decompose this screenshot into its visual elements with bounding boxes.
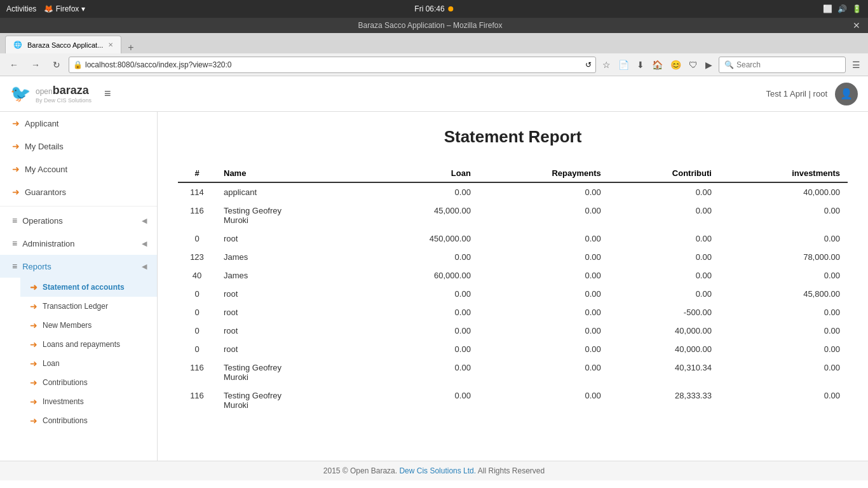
cell-contributions: 0.00 [609,285,719,303]
cell-name: applicant [216,182,364,201]
back-button[interactable]: ← [5,58,23,72]
arrow-icon: ➜ [30,377,37,388]
sidebar-item-loans-and-repayments[interactable]: ➜ Loans and repayments [20,335,157,354]
sidebar-item-label: Applicant [25,119,58,128]
sidebar-item-contributions[interactable]: ➜ Contributions [20,373,157,392]
cell-repayments: 0.00 [478,266,609,285]
tab-close-button[interactable]: ✕ [108,41,113,48]
emoji-icon[interactable]: 😊 [668,58,684,71]
cell-repayments: 0.00 [478,248,609,266]
page-title: Statement Report [178,127,848,147]
logo-text-area: openbaraza By Dew CIS Solutions [36,84,92,104]
browser-close-button[interactable]: ✕ [853,20,860,30]
logo-area: 🐦 openbaraza By Dew CIS Solutions ≡ [10,84,111,104]
bookmark-icon[interactable]: ☆ [600,58,613,71]
sidebar-item-reports[interactable]: ≡ Reports ◀ [0,255,157,278]
cell-repayments: 0.00 [478,322,609,340]
home-icon[interactable]: 🏠 [649,58,665,71]
cell-name: root [216,340,364,358]
cell-id: 0 [178,303,216,322]
cell-id: 116 [178,386,216,414]
search-bar[interactable]: 🔍 [719,57,846,73]
col-repayments: Repayments [478,165,609,182]
sidebar-item-new-members[interactable]: ➜ New Members [20,316,157,335]
sidebar-item-label: My Details [25,142,64,151]
tab-bar: 🌐 Baraza Sacco Applicat... ✕ + [0,33,868,53]
sidebar-item-my-details[interactable]: ➜ My Details [0,135,157,158]
shield-icon[interactable]: 🛡 [686,58,700,71]
table-row: 114 applicant 0.00 0.00 0.00 40,000.00 [178,182,848,201]
cell-investments: 40,000.00 [719,182,848,201]
col-investments: investments [719,165,848,182]
cell-name: James [216,266,364,285]
browser-title: Baraza Sacco Application – Mozilla Firef… [358,21,503,30]
window-icon[interactable]: ⬜ [823,4,832,13]
url-refresh-icon[interactable]: ↺ [585,60,592,69]
sidebar-item-label: Transaction Ledger [43,302,108,311]
avatar[interactable]: 👤 [835,83,858,105]
reader-icon[interactable]: 📄 [616,58,632,71]
url-secure-icon: 🔒 [73,60,83,69]
list-icon: ≡ [12,261,17,271]
user-info: Test 1 April | root [766,89,827,98]
sidebar-item-investments[interactable]: ➜ Investments [20,392,157,411]
cell-name: Testing GeofreyMuroki [216,386,364,414]
cell-name: root [216,303,364,322]
cell-id: 123 [178,248,216,266]
cell-loan: 0.00 [364,358,478,386]
os-bar-right: ⬜ 🔊 🔋 [823,4,862,13]
tab-favicon: 🌐 [13,41,22,49]
firefox-label: 🦊 Firefox ▾ [44,4,85,13]
sidebar-item-statement-of-accounts[interactable]: ➜ Statement of accounts [20,278,157,297]
table-row: 0 root 0.00 0.00 40,000.00 0.00 [178,340,848,358]
cell-loan: 0.00 [364,303,478,322]
active-tab[interactable]: 🌐 Baraza Sacco Applicat... ✕ [5,36,121,53]
footer-text: 2015 © Open Baraza. [323,466,397,475]
sidebar-item-contributions2[interactable]: ➜ Contributions [20,411,157,430]
main-layout: ➜ Applicant ➜ My Details ➜ My Account ➜ … [0,112,868,461]
sidebar-item-administration[interactable]: ≡ Administration ◀ [0,232,157,255]
table-row: 0 root 0.00 0.00 -500.00 0.00 [178,303,848,322]
arrow-icon: ➜ [30,358,37,369]
activities-label[interactable]: Activities [6,4,36,13]
url-bar[interactable]: 🔒 localhost:8080/sacco/index.jsp?view=32… [69,57,596,73]
cell-repayments: 0.00 [478,182,609,201]
sidebar-item-label: Investments [43,397,84,406]
refresh-button[interactable]: ↻ [48,58,65,72]
sidebar-item-applicant[interactable]: ➜ Applicant [0,112,157,135]
cell-id: 116 [178,201,216,229]
report-table: # Name Loan Repayments Contributi invest… [178,165,848,414]
hamburger-menu[interactable]: ≡ [104,87,111,100]
cell-name: James [216,248,364,266]
menu-icon[interactable]: ☰ [850,58,863,71]
cell-id: 0 [178,322,216,340]
sidebar-item-transaction-ledger[interactable]: ➜ Transaction Ledger [20,297,157,316]
cell-repayments: 0.00 [478,358,609,386]
forward-button[interactable]: → [27,58,44,72]
speaker-icon[interactable]: 🔊 [837,4,847,13]
youtube-icon[interactable]: ▶ [703,58,715,71]
cell-name: Testing GeofreyMuroki [216,201,364,229]
pocket-icon[interactable]: ⬇ [634,58,647,71]
sidebar-item-my-account[interactable]: ➜ My Account [0,158,157,180]
time-label: Fri 06:46 [414,4,444,13]
battery-icon[interactable]: 🔋 [852,4,862,13]
cell-id: 40 [178,266,216,285]
sidebar-item-label: Loans and repayments [43,340,120,349]
cell-repayments: 0.00 [478,229,609,248]
cell-repayments: 0.00 [478,386,609,414]
chevron-left-icon: ◀ [142,262,147,271]
sidebar: ➜ Applicant ➜ My Details ➜ My Account ➜ … [0,112,158,461]
search-input[interactable] [736,60,840,69]
header-right: Test 1 April | root 👤 [766,83,858,105]
sidebar-item-operations[interactable]: ≡ Operations ◀ [0,209,157,232]
sidebar-item-loan[interactable]: ➜ Loan [20,354,157,373]
footer-suffix: All Rights Reserved [478,466,545,475]
sidebar-item-guarantors[interactable]: ➜ Guarantors [0,180,157,203]
list-icon: ≡ [12,215,17,226]
col-name: Name [216,165,364,182]
new-tab-button[interactable]: + [124,42,137,53]
chevron-right-icon: ◀ [142,240,147,248]
footer-link[interactable]: Dew Cis Solutions Ltd. [399,466,476,475]
cell-loan: 0.00 [364,322,478,340]
